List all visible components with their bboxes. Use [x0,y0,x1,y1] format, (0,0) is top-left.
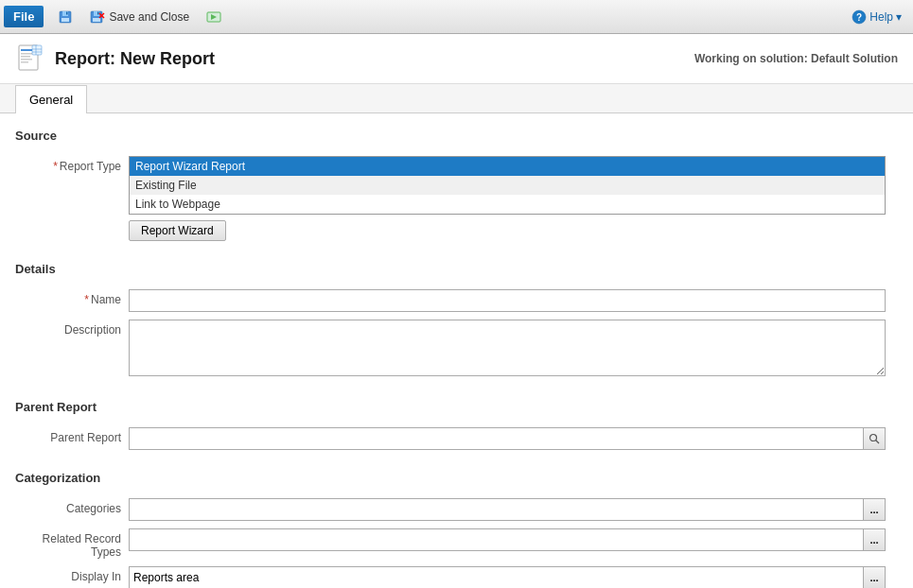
help-icon: ? [852,9,867,25]
description-row: Description [15,320,898,379]
display-in-row: Display In ... [15,566,898,588]
svg-rect-20 [32,45,42,55]
svg-rect-2 [61,18,69,22]
parent-report-lookup [129,427,886,450]
report-type-list: Report Wizard Report Existing File Link … [129,156,886,215]
display-in-ellipsis-button[interactable]: ... [863,566,886,588]
toolbar: File Save and Close [0,0,913,34]
activate-icon [206,9,221,25]
details-section-title: Details [15,262,898,280]
categories-row: Categories ... [15,498,898,521]
related-record-types-control: ... [129,528,898,551]
svg-rect-17 [21,56,30,58]
parent-report-control [129,427,898,450]
report-page-icon [15,43,45,74]
activate-button[interactable] [200,6,228,28]
name-input[interactable] [129,289,886,312]
related-record-types-row: Related Record Types ... [15,528,898,559]
display-in-control: ... [129,566,898,588]
source-section-title: Source [15,129,898,147]
parent-report-row: Parent Report [15,427,898,450]
svg-rect-19 [21,61,28,63]
save-new-button[interactable] [51,6,79,28]
svg-rect-18 [21,59,32,61]
display-in-input[interactable] [129,566,863,588]
file-button[interactable]: File [4,6,44,27]
description-control [129,320,898,379]
related-record-types-field: ... [129,528,886,551]
categories-control: ... [129,498,898,521]
related-record-types-input[interactable] [129,528,863,551]
svg-rect-6 [93,18,100,22]
report-type-item-webpage[interactable]: Link to Webpage [130,195,885,214]
categories-ellipsis-button[interactable]: ... [863,498,886,521]
display-in-label: Display In [15,566,129,583]
tabs: General [0,84,913,113]
svg-rect-7 [97,11,99,14]
save-new-icon [58,9,73,25]
page-header: Report: New Report Working on solution: … [0,34,913,84]
svg-point-24 [870,435,877,441]
required-star: * [53,160,58,173]
form-area: Source *Report Type Report Wizard Report… [0,113,913,588]
related-record-types-label: Related Record Types [15,528,129,559]
description-input[interactable] [129,320,886,376]
page-title: Report: New Report [55,49,215,69]
name-required-star: * [84,293,89,306]
report-type-control: Report Wizard Report Existing File Link … [129,156,898,241]
parent-report-section-title: Parent Report [15,400,898,418]
save-close-icon [90,9,105,25]
parent-report-lookup-button[interactable] [863,427,886,450]
tab-general[interactable]: General [15,85,87,113]
related-record-types-ellipsis-button[interactable]: ... [863,528,886,551]
categorization-section-title: Categorization [15,471,898,489]
report-type-item-wizard[interactable]: Report Wizard Report [130,157,885,176]
help-label: Help [869,10,893,24]
lookup-icon [869,433,880,444]
report-type-row: *Report Type Report Wizard Report Existi… [15,156,898,241]
report-type-item-existing[interactable]: Existing File [130,176,885,195]
report-wizard-button[interactable]: Report Wizard [129,220,226,241]
svg-line-25 [876,441,880,444]
svg-text:?: ? [856,12,862,23]
parent-report-input[interactable] [129,427,863,450]
save-close-button[interactable]: Save and Close [83,6,196,28]
name-row: *Name [15,289,898,312]
categories-input[interactable] [129,498,863,521]
name-label: *Name [15,289,129,306]
parent-report-label: Parent Report [15,427,129,444]
help-button[interactable]: ? Help ▾ [844,7,909,27]
categories-field: ... [129,498,886,521]
svg-rect-3 [66,11,68,14]
help-dropdown-icon: ▾ [896,10,902,24]
description-label: Description [15,320,129,337]
display-in-field: ... [129,566,886,588]
solution-label: Working on solution: Default Solution [694,52,898,65]
title-area: Report: New Report [15,43,215,74]
save-close-label: Save and Close [109,10,189,24]
categories-label: Categories [15,498,129,515]
name-control [129,289,898,312]
report-type-label: *Report Type [15,156,129,173]
help-area: ? Help ▾ [844,7,909,27]
